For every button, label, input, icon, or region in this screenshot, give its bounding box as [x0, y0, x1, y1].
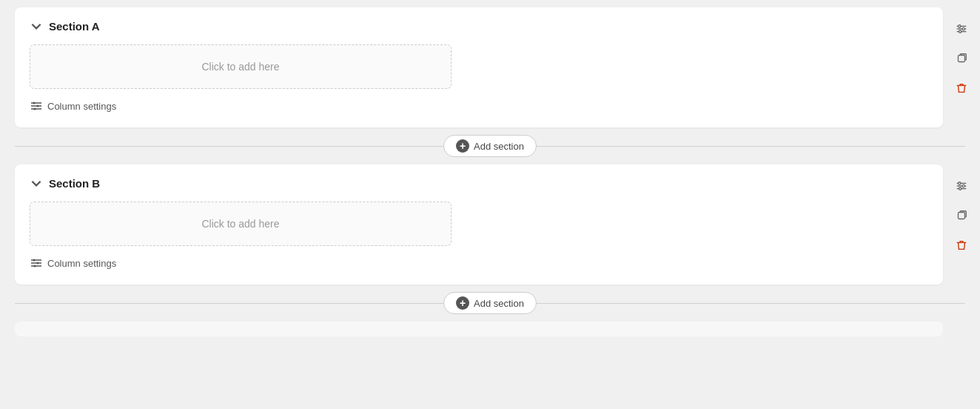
- section-a-container: Section A Click to add here Column setti…: [0, 7, 980, 127]
- section-b-column-settings-label: Column settings: [47, 258, 116, 269]
- section-a-card: Section A Click to add here Column setti…: [15, 7, 943, 127]
- section-b-duplicate-button[interactable]: [950, 204, 973, 227]
- column-settings-b-icon: [30, 256, 43, 270]
- add-section-plus-2: +: [456, 296, 469, 310]
- section-b-add-content[interactable]: Click to add here: [30, 202, 452, 246]
- add-section-row-1: + Add section: [15, 135, 965, 157]
- add-section-button-1[interactable]: + Add section: [443, 135, 537, 157]
- section-a-duplicate-button[interactable]: [950, 47, 973, 70]
- svg-point-19: [34, 265, 36, 267]
- svg-point-4: [37, 105, 39, 107]
- svg-point-18: [37, 262, 39, 265]
- section-b-add-label: Click to add here: [201, 218, 279, 230]
- page-wrapper: Section A Click to add here Column setti…: [0, 7, 980, 336]
- add-section-button-2[interactable]: + Add section: [443, 292, 537, 314]
- section-a-column-settings-label: Column settings: [47, 101, 116, 112]
- section-a-title: Section A: [49, 20, 100, 33]
- bottom-stub-card: [15, 322, 943, 336]
- section-b-right-icons: [950, 175, 973, 256]
- section-a-delete-button[interactable]: [950, 77, 973, 99]
- section-b-settings-button[interactable]: [950, 175, 973, 197]
- section-a-collapse-icon[interactable]: [30, 19, 43, 33]
- add-section-plus-1: +: [456, 139, 469, 153]
- section-a-add-content[interactable]: Click to add here: [30, 44, 452, 89]
- svg-rect-26: [959, 213, 965, 219]
- section-b-card: Section B Click to add here Column setti…: [15, 164, 943, 285]
- svg-point-25: [959, 187, 961, 190]
- svg-rect-12: [959, 56, 965, 62]
- column-settings-a-icon: [30, 99, 43, 113]
- svg-point-11: [959, 30, 961, 33]
- add-section-row-2: + Add section: [15, 292, 965, 314]
- section-b-container: Section B Click to add here Column setti…: [0, 164, 980, 285]
- svg-point-17: [33, 259, 36, 262]
- svg-point-24: [962, 184, 964, 187]
- section-a-settings-button[interactable]: [950, 18, 973, 40]
- section-b-column-settings[interactable]: Column settings: [30, 256, 116, 270]
- svg-point-9: [959, 25, 961, 27]
- section-a-add-label: Click to add here: [201, 61, 279, 73]
- add-section-label-1: Add section: [474, 141, 524, 152]
- section-b-collapse-icon[interactable]: [30, 176, 43, 190]
- svg-point-23: [959, 182, 961, 184]
- section-b-delete-button[interactable]: [950, 234, 973, 256]
- section-a-column-settings[interactable]: Column settings: [30, 99, 116, 113]
- svg-point-10: [962, 27, 964, 30]
- section-b-header: Section B: [30, 176, 928, 190]
- section-a-header: Section A: [30, 19, 928, 33]
- svg-point-3: [33, 102, 36, 104]
- svg-point-5: [34, 108, 36, 110]
- section-a-right-icons: [950, 18, 973, 99]
- section-b-title: Section B: [49, 177, 100, 190]
- add-section-label-2: Add section: [474, 298, 524, 309]
